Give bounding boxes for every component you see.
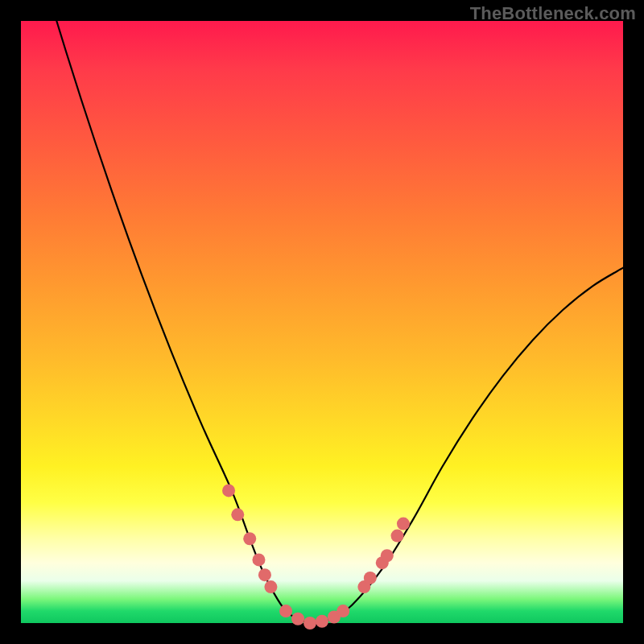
curve-marker — [222, 484, 235, 497]
curve-markers — [222, 484, 410, 630]
curve-marker — [364, 572, 377, 584]
bottleneck-curve — [21, 0, 623, 623]
curve-marker — [381, 549, 394, 562]
curve-marker — [303, 617, 316, 630]
bottleneck-curve-svg — [21, 21, 623, 623]
curve-marker — [264, 580, 277, 593]
watermark-text: TheBottleneck.com — [470, 3, 636, 24]
curve-marker — [252, 553, 265, 566]
curve-marker — [336, 605, 349, 617]
curve-marker — [397, 518, 410, 530]
curve-marker — [391, 530, 404, 543]
curve-marker — [243, 532, 256, 545]
curve-marker — [316, 615, 328, 628]
curve-marker — [291, 613, 304, 625]
curve-marker — [279, 605, 292, 617]
curve-marker — [258, 568, 271, 581]
curve-marker — [231, 508, 244, 521]
chart-plot-area — [21, 21, 623, 623]
